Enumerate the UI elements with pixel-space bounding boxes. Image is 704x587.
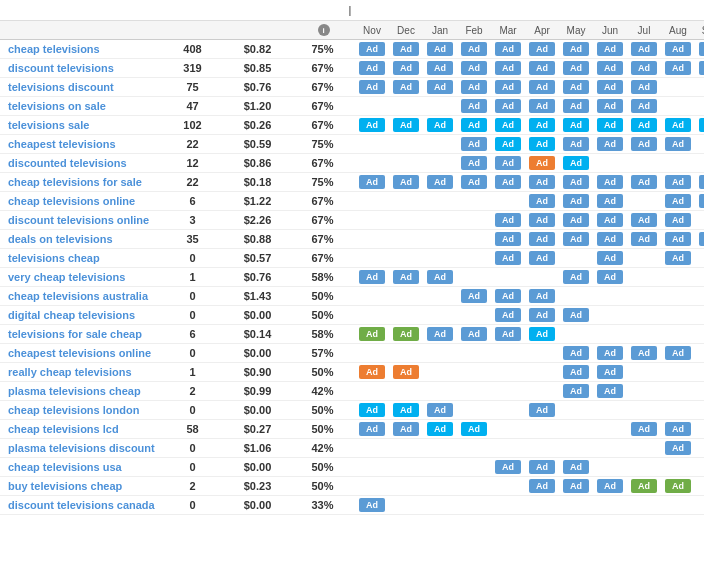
ad-badge[interactable]: Ad: [563, 194, 589, 208]
ad-badge[interactable]: Ad: [461, 42, 487, 56]
ad-badge[interactable]: Ad: [529, 99, 555, 113]
ad-badge[interactable]: Ad: [427, 80, 453, 94]
keyword-cell[interactable]: discounted televisions: [0, 157, 160, 169]
ad-badge[interactable]: Ad: [529, 403, 555, 417]
keyword-cell[interactable]: really cheap televisions: [0, 366, 160, 378]
ad-badge[interactable]: Ad: [631, 346, 657, 360]
ad-badge[interactable]: Ad: [597, 80, 623, 94]
ad-badge[interactable]: Ad: [563, 232, 589, 246]
ad-badge[interactable]: Ad: [631, 118, 657, 132]
ad-badge[interactable]: Ad: [461, 80, 487, 94]
keyword-cell[interactable]: discount televisions canada: [0, 499, 160, 511]
ad-badge[interactable]: Ad: [461, 327, 487, 341]
ad-badge[interactable]: Ad: [563, 460, 589, 474]
ad-badge[interactable]: Ad: [563, 80, 589, 94]
ad-badge[interactable]: Ad: [699, 42, 704, 56]
ad-badge[interactable]: Ad: [631, 479, 657, 493]
keyword-cell[interactable]: televisions on sale: [0, 100, 160, 112]
ad-badge[interactable]: Ad: [563, 61, 589, 75]
ad-badge[interactable]: Ad: [597, 365, 623, 379]
ad-badge[interactable]: Ad: [699, 175, 704, 189]
ad-badge[interactable]: Ad: [495, 80, 521, 94]
keyword-cell[interactable]: plasma televisions discount: [0, 442, 160, 454]
ad-badge[interactable]: Ad: [563, 175, 589, 189]
ad-badge[interactable]: Ad: [631, 422, 657, 436]
keyword-cell[interactable]: cheap televisions online: [0, 195, 160, 207]
ad-badge[interactable]: Ad: [529, 80, 555, 94]
ad-badge[interactable]: Ad: [393, 365, 419, 379]
ad-badge[interactable]: Ad: [529, 308, 555, 322]
ad-badge[interactable]: Ad: [393, 61, 419, 75]
ad-badge[interactable]: Ad: [529, 232, 555, 246]
ad-badge[interactable]: Ad: [359, 270, 385, 284]
ad-badge[interactable]: Ad: [665, 346, 691, 360]
ad-badge[interactable]: Ad: [427, 403, 453, 417]
ad-badge[interactable]: Ad: [359, 498, 385, 512]
ad-badge[interactable]: Ad: [529, 61, 555, 75]
ad-badge[interactable]: Ad: [393, 118, 419, 132]
ad-badge[interactable]: Ad: [359, 327, 385, 341]
ad-badge[interactable]: Ad: [427, 270, 453, 284]
ad-badge[interactable]: Ad: [631, 42, 657, 56]
ad-badge[interactable]: Ad: [529, 251, 555, 265]
ad-badge[interactable]: Ad: [427, 327, 453, 341]
ad-badge[interactable]: Ad: [563, 99, 589, 113]
ad-badge[interactable]: Ad: [631, 99, 657, 113]
ad-badge[interactable]: Ad: [631, 232, 657, 246]
ad-badge[interactable]: Ad: [495, 99, 521, 113]
ad-badge[interactable]: Ad: [359, 365, 385, 379]
ad-badge[interactable]: Ad: [393, 422, 419, 436]
ad-badge[interactable]: Ad: [461, 422, 487, 436]
ad-badge[interactable]: Ad: [359, 80, 385, 94]
keyword-cell[interactable]: cheapest televisions online: [0, 347, 160, 359]
ad-badge[interactable]: Ad: [597, 479, 623, 493]
ad-badge[interactable]: Ad: [563, 270, 589, 284]
ad-badge[interactable]: Ad: [427, 61, 453, 75]
ad-badge[interactable]: Ad: [495, 137, 521, 151]
ad-badge[interactable]: Ad: [427, 42, 453, 56]
ad-badge[interactable]: Ad: [393, 403, 419, 417]
ad-badge[interactable]: Ad: [461, 137, 487, 151]
ad-badge[interactable]: Ad: [563, 118, 589, 132]
ad-badge[interactable]: Ad: [495, 61, 521, 75]
ad-badge[interactable]: Ad: [597, 384, 623, 398]
ad-badge[interactable]: Ad: [699, 194, 704, 208]
ad-badge[interactable]: Ad: [461, 61, 487, 75]
ad-badge[interactable]: Ad: [529, 42, 555, 56]
ad-badge[interactable]: Ad: [359, 403, 385, 417]
coverage-info-icon[interactable]: i: [318, 24, 330, 36]
keyword-cell[interactable]: cheap televisions lcd: [0, 423, 160, 435]
ad-badge[interactable]: Ad: [427, 118, 453, 132]
ad-badge[interactable]: Ad: [665, 441, 691, 455]
ad-badge[interactable]: Ad: [495, 232, 521, 246]
ad-badge[interactable]: Ad: [631, 61, 657, 75]
ad-badge[interactable]: Ad: [495, 251, 521, 265]
ad-badge[interactable]: Ad: [495, 327, 521, 341]
ad-badge[interactable]: Ad: [461, 156, 487, 170]
ad-badge[interactable]: Ad: [495, 118, 521, 132]
ad-badge[interactable]: Ad: [665, 232, 691, 246]
ad-badge[interactable]: Ad: [597, 213, 623, 227]
ad-badge[interactable]: Ad: [461, 118, 487, 132]
ad-badge[interactable]: Ad: [631, 175, 657, 189]
ad-badge[interactable]: Ad: [631, 137, 657, 151]
keyword-cell[interactable]: digital cheap televisions: [0, 309, 160, 321]
ad-badge[interactable]: Ad: [699, 232, 704, 246]
ad-badge[interactable]: Ad: [393, 80, 419, 94]
ad-badge[interactable]: Ad: [665, 137, 691, 151]
ad-badge[interactable]: Ad: [495, 42, 521, 56]
keyword-cell[interactable]: cheap televisions australia: [0, 290, 160, 302]
ad-badge[interactable]: Ad: [427, 422, 453, 436]
ad-badge[interactable]: Ad: [631, 80, 657, 94]
ad-badge[interactable]: Ad: [597, 61, 623, 75]
keyword-cell[interactable]: plasma televisions cheap: [0, 385, 160, 397]
ad-badge[interactable]: Ad: [393, 42, 419, 56]
ad-badge[interactable]: Ad: [529, 327, 555, 341]
ad-badge[interactable]: Ad: [529, 137, 555, 151]
ad-badge[interactable]: Ad: [563, 384, 589, 398]
keyword-cell[interactable]: deals on televisions: [0, 233, 160, 245]
ad-badge[interactable]: Ad: [529, 118, 555, 132]
keyword-cell[interactable]: televisions for sale cheap: [0, 328, 160, 340]
keyword-cell[interactable]: cheap televisions for sale: [0, 176, 160, 188]
ad-badge[interactable]: Ad: [529, 289, 555, 303]
